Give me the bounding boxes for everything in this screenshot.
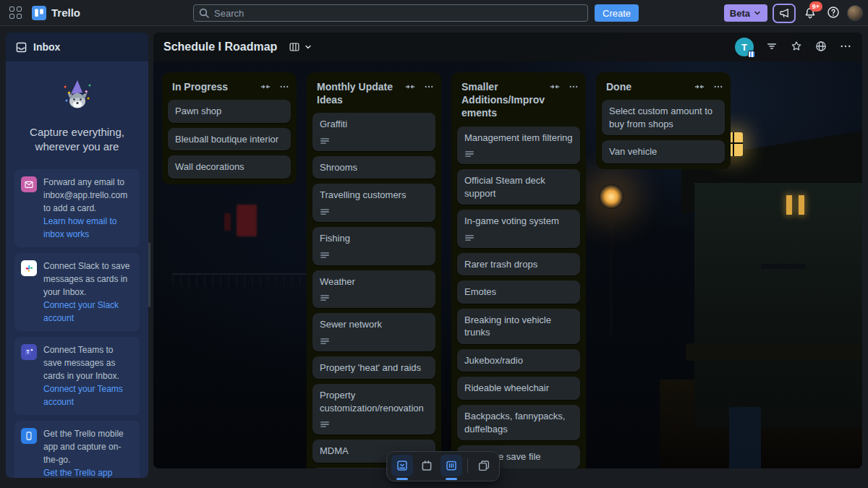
list-menu-icon[interactable] [279,82,289,92]
board-card[interactable]: Property customization/renovation [312,384,435,435]
board-card[interactable]: Graffiti [312,113,435,151]
lit-window-pair-right [799,195,804,215]
tip-link[interactable]: Get the Trello app [43,466,133,479]
board-card[interactable]: Bleuball boutique interior [168,128,291,151]
topbar-right-cluster: Beta 9+ [724,0,863,26]
card-title: Wall decorations [175,160,284,174]
planner-view-button[interactable] [416,455,438,476]
visibility-button[interactable] [814,40,827,55]
tip-link[interactable]: Learn how email to inbox works [43,215,133,241]
list-title[interactable]: Smaller Additions/Improvements [461,80,545,120]
card-title: Backpacks, fannypacks, duffelbags [464,410,573,435]
list-title[interactable]: In Progress [172,80,256,93]
description-icon [320,207,330,217]
board-card[interactable]: In-game voting system [457,210,580,248]
board-card[interactable]: Fishing [312,227,435,265]
board-view-icon [289,41,300,53]
tip-link[interactable]: Connect your Slack account [43,299,133,325]
board-card[interactable]: Travelling customers [312,184,435,222]
switch-boards-button[interactable] [473,455,495,476]
board-card[interactable]: Rideable wheelchair [457,377,580,400]
tip-text: Connect Slack to save messages as cards … [43,260,133,299]
board-icon [445,459,458,472]
filter-icon [765,40,778,53]
collapse-list-icon[interactable] [260,82,271,92]
house-door [729,407,761,468]
app-switcher-icon[interactable] [7,5,23,21]
board-card[interactable]: Management item filtering [457,127,580,165]
help-button[interactable] [825,4,842,22]
tip-link[interactable]: Connect your Teams account [43,382,133,408]
inbox-view-button[interactable] [391,455,413,476]
tip-text: Get the Trello mobile app and capture on… [43,427,133,466]
board-card[interactable]: Wall decorations [168,155,291,179]
list-menu-icon[interactable] [569,82,579,92]
board-card[interactable]: Select custom amount to buy from shops [602,100,725,135]
description-icon [320,250,330,260]
inbox-tips: Forward any email to inbox@app.trello.co… [14,169,140,479]
card-title: Property 'heat' and raids [320,361,428,374]
board-card[interactable]: Weather [312,270,435,309]
board-member-avatar[interactable]: T [735,38,754,56]
inbox-header: Inbox [6,33,148,61]
chevron-down-icon [753,9,762,17]
list-header: Monthly Update Ideas [312,78,435,113]
list-menu-icon[interactable] [713,82,723,92]
board-card[interactable]: Emotes [457,281,580,304]
card-title: Bleuball boutique interior [175,133,284,146]
board-title[interactable]: Schedule I Roadmap [163,40,277,53]
trello-logo[interactable]: Trello [32,6,80,20]
board-lists: In Progress Pawn shop Bleuball boutique … [162,72,731,468]
user-avatar[interactable] [847,5,863,21]
list-title[interactable]: Done [606,80,690,93]
star-icon [790,40,803,53]
card-title: Graffiti [320,118,428,131]
board-card[interactable]: Jukebox/radio [457,349,580,372]
list-header: In Progress [168,78,291,100]
list-menu-icon[interactable] [424,82,434,92]
card-title: Official Steam deck support [464,174,573,200]
inbox-icon [15,41,27,53]
notifications-button[interactable]: 9+ [801,4,820,22]
board-card[interactable]: Van vehicle [602,140,725,163]
inbox-tip-card[interactable]: Connect Slack to save messages as cards … [14,253,140,331]
create-button[interactable]: Create [595,4,639,22]
inbox-tip-card[interactable]: Forward any email to inbox@app.trello.co… [14,169,140,247]
board-card[interactable]: Sewer network [312,313,435,351]
board-card[interactable]: Rarer trash drops [457,253,580,276]
list-cards: Select custom amount to buy from shops V… [602,100,725,163]
top-bar: Trello Create Beta 9+ [0,0,868,26]
card-title: Pawn shop [175,105,284,118]
board-view-button[interactable] [441,455,462,476]
board-views-switcher[interactable] [289,41,312,53]
notification-count-badge: 9+ [809,1,822,12]
board-card[interactable]: Property 'heat' and raids [312,356,435,380]
filter-button[interactable] [765,40,778,55]
search-input[interactable] [193,4,588,22]
megaphone-icon [778,7,790,19]
description-icon [320,419,330,429]
collapse-list-icon[interactable] [405,82,415,92]
inbox-tip-card[interactable]: T Connect Teams to save messages as card… [14,337,140,415]
list-title[interactable]: Monthly Update Ideas [317,80,401,106]
star-button[interactable] [790,40,803,55]
board-card[interactable]: Breaking into vehicle trunks [457,309,580,344]
board-menu-button[interactable] [839,40,852,55]
calendar-icon [420,459,433,472]
beta-dropdown[interactable]: Beta [724,4,767,22]
collapse-list-icon[interactable] [694,82,705,92]
board-card[interactable]: Pawn shop [168,100,291,123]
email-icon [21,176,37,192]
collapse-list-icon[interactable] [550,82,560,92]
board-list: Done Select custom amount to buy from sh… [596,72,731,169]
panel-resize-handle[interactable] [148,242,150,307]
board-card[interactable]: Backpacks, fannypacks, duffelbags [457,405,580,440]
whats-new-button[interactable] [773,4,796,23]
member-role-badge [748,51,755,58]
park-bench [761,264,806,269]
list-cards: Graffiti Shrooms Travelling customers Fi… [312,113,435,468]
card-title: Fishing [320,232,428,245]
inbox-tip-card[interactable]: Get the Trello mobile app and capture on… [14,421,140,479]
board-card[interactable]: Shrooms [312,156,435,179]
board-card[interactable]: Official Steam deck support [457,169,580,205]
